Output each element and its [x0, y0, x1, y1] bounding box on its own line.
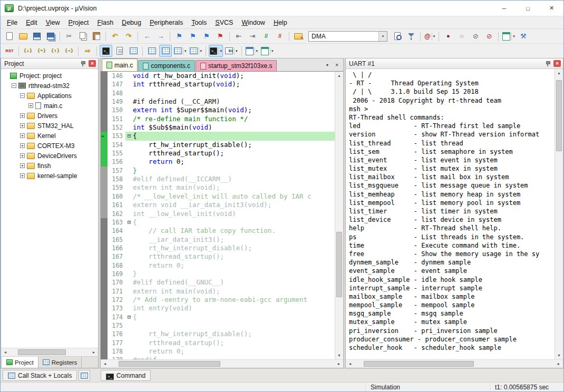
breakpoint-margin[interactable]	[101, 97, 108, 106]
fold-marker[interactable]	[125, 261, 133, 270]
fold-marker[interactable]	[125, 236, 133, 244]
code-line[interactable]: 146 void rt_hw_board_init(void);	[101, 72, 335, 80]
fold-marker[interactable]	[125, 278, 133, 287]
fold-marker[interactable]	[125, 106, 133, 114]
navigate-back-button[interactable]: ←	[141, 30, 153, 42]
menu-help[interactable]: Help	[269, 17, 291, 28]
code-line[interactable]: 164 // call IAR table copy function.	[101, 227, 335, 235]
code-line[interactable]: 168 return 0;	[101, 261, 335, 270]
code-line[interactable]: 171 extern int main(void);	[101, 287, 335, 296]
code-line[interactable]: 151 /* re-define main function */	[101, 115, 335, 123]
breakpoint-margin[interactable]	[101, 356, 108, 359]
menu-file[interactable]: File	[3, 17, 22, 28]
serial-windows-button[interactable]: ▾	[209, 45, 223, 57]
tree-expander[interactable]: −	[12, 83, 16, 88]
breakpoint-margin[interactable]	[101, 210, 108, 218]
tree-item-finsh[interactable]: + finsh	[1, 161, 98, 171]
code-line[interactable]: 159 extern int main(void);	[101, 183, 335, 192]
code-line[interactable]: 174 ⊟ {	[101, 313, 335, 321]
breakpoint-margin[interactable]	[101, 287, 108, 296]
navigate-forward-button[interactable]: →	[154, 30, 167, 42]
disassembly-window-button[interactable]	[113, 45, 126, 57]
tree-item-stm32-hal[interactable]: + STM32_HAL	[1, 121, 98, 131]
search-in-page-button[interactable]	[391, 30, 404, 42]
fold-marker[interactable]: ⊟	[125, 218, 133, 227]
code-line[interactable]: 179 #endif	[101, 356, 335, 359]
breakpoint-margin[interactable]	[101, 183, 108, 192]
fold-marker[interactable]	[125, 158, 133, 166]
maximize-button[interactable]: □	[516, 1, 540, 16]
tree-item-drivers[interactable]: + Drivers	[1, 111, 98, 121]
close-button[interactable]: ✕	[540, 1, 563, 16]
pin-icon[interactable]	[544, 60, 551, 67]
fold-marker[interactable]	[125, 123, 133, 132]
insert-remove-breakpoint-button[interactable]: ●	[442, 30, 454, 42]
breakpoint-margin[interactable]	[101, 72, 108, 80]
editor-vertical-scrollbar[interactable]: ▲ ▼	[335, 72, 343, 359]
breakpoint-margin[interactable]	[101, 339, 108, 347]
tree-item-main-c[interactable]: + main.c	[1, 101, 98, 111]
redo-button[interactable]: ↷	[122, 30, 135, 42]
combo-dropdown-icon[interactable]: ▾	[378, 32, 387, 41]
breakpoint-margin[interactable]	[101, 141, 108, 149]
configuration-wrench-button[interactable]: ⚒	[517, 30, 530, 42]
fold-marker[interactable]	[125, 296, 133, 304]
fold-marker[interactable]	[125, 330, 133, 338]
uart-vertical-scrollbar[interactable]: ▲ ▼	[555, 69, 563, 359]
scroll-down-arrow[interactable]: ▼	[555, 351, 563, 359]
window-layout-button[interactable]: ▾	[501, 30, 516, 42]
fold-marker[interactable]	[125, 244, 133, 252]
breakpoint-margin[interactable]	[101, 244, 108, 252]
code-line[interactable]: 170 #elif defined(__GNUC__)	[101, 278, 335, 287]
breakpoint-margin[interactable]	[101, 304, 108, 312]
cut-button[interactable]: ✂	[63, 30, 75, 42]
fold-marker[interactable]	[125, 287, 133, 296]
step-over-button[interactable]: {↷}	[35, 45, 48, 57]
tree-item-cortex-m3[interactable]: + CORTEX-M3	[1, 141, 98, 151]
code-line[interactable]: 163 ⊟ {	[101, 218, 335, 227]
code-line[interactable]: 154 rt_hw_interrupt_disable();	[101, 141, 335, 149]
next-bookmark-button[interactable]: ⚑	[200, 30, 213, 42]
scroll-down-arrow[interactable]: ▼	[335, 351, 343, 359]
breakpoint-margin[interactable]	[101, 192, 108, 201]
scroll-thumb[interactable]	[336, 232, 342, 297]
code-line[interactable]: 162 int __low_level_init(void)	[101, 210, 335, 218]
breakpoint-margin[interactable]	[101, 296, 108, 304]
code-line[interactable]: 157 }	[101, 166, 335, 175]
code-line[interactable]: 177 rtthread_startup();	[101, 339, 335, 347]
tab-components-c[interactable]: components.c	[138, 60, 195, 71]
tree-expander[interactable]: +	[20, 163, 25, 168]
fold-marker[interactable]	[125, 192, 133, 201]
tab-call-stack-locals[interactable]: Call Stack + Locals	[3, 370, 77, 381]
scroll-left-arrow[interactable]: ◄	[101, 360, 109, 368]
breakpoint-margin[interactable]	[101, 236, 108, 244]
undo-button[interactable]: ↶	[109, 30, 121, 42]
fold-marker[interactable]	[125, 201, 133, 209]
menu-view[interactable]: View	[42, 17, 64, 28]
reset-button[interactable]: RST	[3, 45, 16, 57]
breakpoint-margin[interactable]	[101, 252, 108, 261]
command-window-button[interactable]	[100, 45, 112, 57]
previous-bookmark-button[interactable]: ⚑	[187, 30, 199, 42]
code-line[interactable]: 165 __iar_data_init3();	[101, 236, 335, 244]
unindent-button[interactable]: ⇤	[232, 30, 245, 42]
filter-search-button[interactable]	[405, 30, 417, 42]
tree-item-kernel[interactable]: + Kernel	[1, 131, 98, 141]
code-line[interactable]: 176 rt_hw_interrupt_disable();	[101, 330, 335, 338]
breakpoint-margin[interactable]	[101, 166, 108, 175]
editor-horizontal-scrollbar[interactable]: ◄ ►	[101, 359, 343, 368]
breakpoint-margin[interactable]	[101, 158, 108, 166]
show-next-statement-button[interactable]: ⇒	[81, 45, 94, 57]
toggle-bookmark-button[interactable]: ⚑	[173, 30, 186, 42]
analysis-windows-button[interactable]: ▾	[224, 45, 239, 57]
breakpoint-margin[interactable]	[101, 132, 108, 140]
uart-horizontal-scrollbar[interactable]: ◄ ►	[346, 359, 563, 368]
toolbox-button[interactable]: ▾	[260, 45, 275, 57]
call-stack-window-button[interactable]	[159, 45, 172, 57]
tree-expander[interactable]: +	[20, 143, 25, 148]
open-file-button[interactable]	[17, 30, 30, 42]
paste-button[interactable]	[90, 30, 103, 42]
menu-peripherals[interactable]: Peripherals	[145, 17, 187, 28]
breakpoint-margin[interactable]	[101, 123, 108, 132]
system-viewer-button[interactable]: ▾	[245, 45, 259, 57]
